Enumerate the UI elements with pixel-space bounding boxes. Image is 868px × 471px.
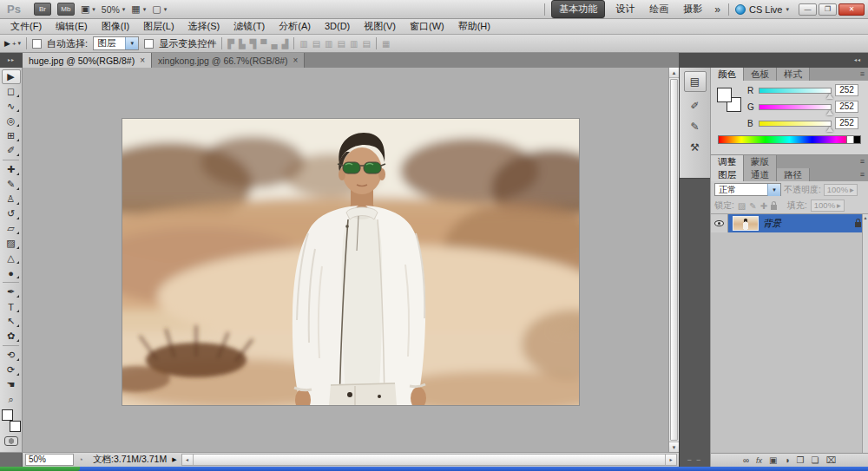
align-left-icon[interactable]: ▛	[227, 39, 234, 49]
delete-layer-icon[interactable]: ⌧	[826, 455, 837, 465]
slider-thumb[interactable]	[826, 127, 833, 132]
lasso-tool[interactable]: ∿	[2, 99, 21, 114]
scroll-down-icon[interactable]: ▼	[669, 442, 679, 452]
marquee-tool[interactable]: ◻	[2, 84, 21, 99]
scroll-up-icon[interactable]: ▲	[669, 68, 679, 78]
auto-select-checkbox[interactable]	[32, 39, 42, 49]
workspace-overflow-button[interactable]: »	[713, 3, 722, 16]
tab-channels[interactable]: 通道	[744, 168, 777, 181]
clone-stamp-tool[interactable]: ♙	[2, 192, 21, 206]
color-spectrum-ramp[interactable]	[718, 135, 861, 144]
type-tool[interactable]: T	[2, 299, 21, 314]
canvas-area[interactable]	[23, 68, 668, 452]
blue-value-field[interactable]: 252	[835, 117, 858, 129]
tab-masks[interactable]: 蒙版	[744, 155, 777, 168]
menu-layer[interactable]: 图层(L)	[136, 19, 181, 34]
distribute-center-h-icon[interactable]: ▥	[350, 39, 358, 49]
view-extras-dropdown[interactable]: ▦ ▾	[131, 3, 146, 15]
workspace-essentials-button[interactable]: 基本功能	[551, 0, 605, 18]
menu-analysis[interactable]: 分析(A)	[272, 19, 318, 34]
auto-align-layers-icon[interactable]: ▦	[382, 39, 390, 49]
menu-window[interactable]: 窗口(W)	[403, 19, 451, 34]
move-tool[interactable]: ▶	[2, 69, 21, 84]
history-panel-icon[interactable]: ▤	[684, 71, 707, 92]
pen-tool[interactable]: ✒	[2, 285, 21, 299]
status-zoom-field[interactable]: 50%	[25, 454, 74, 466]
distribute-right-icon[interactable]: ▤	[362, 39, 370, 49]
distribute-bottom-icon[interactable]: ▥	[325, 39, 332, 49]
align-center-v-icon[interactable]: ▄	[271, 39, 277, 49]
canvas-vertical-scrollbar[interactable]: ▲ ▼	[668, 68, 679, 452]
layer-name[interactable]: 背景	[763, 218, 855, 230]
tab-styles[interactable]: 样式	[777, 68, 810, 81]
adjustment-layer-icon[interactable]: ◑	[785, 455, 790, 465]
foreground-color-swatch[interactable]	[717, 88, 732, 102]
align-bottom-icon[interactable]: ▟	[281, 39, 288, 49]
green-value-field[interactable]: 252	[835, 101, 858, 113]
document-tab-huge[interactable]: huge.jpg @ 50%(RGB/8#) ×	[23, 53, 152, 68]
show-transform-controls-checkbox[interactable]	[144, 39, 154, 49]
layer-thumbnail[interactable]	[733, 216, 759, 231]
panel-menu-icon[interactable]: ≡	[860, 68, 865, 81]
layer-visibility-cell[interactable]	[711, 214, 728, 232]
slider-thumb[interactable]	[826, 110, 833, 115]
bridge-button[interactable]: Br	[34, 3, 51, 16]
canvas-horizontal-scrollbar[interactable]: ◂ ▸	[181, 454, 677, 466]
3d-camera-rotate-tool[interactable]: ⟳	[2, 363, 21, 377]
crop-tool[interactable]: ⊞	[2, 128, 21, 143]
link-layers-icon[interactable]: ∞	[743, 455, 749, 465]
quick-selection-tool[interactable]: ◎	[2, 114, 21, 128]
red-value-field[interactable]: 252	[835, 84, 858, 96]
tab-swatches[interactable]: 色板	[744, 68, 777, 81]
minimize-button[interactable]: —	[799, 3, 817, 16]
menu-help[interactable]: 帮助(H)	[451, 19, 497, 34]
menu-edit[interactable]: 编辑(E)	[49, 19, 95, 34]
slider-thumb[interactable]	[826, 94, 833, 99]
dock-resize-handle[interactable]: ‒ ‒	[680, 455, 710, 463]
scroll-right-icon[interactable]: ▸	[666, 455, 676, 465]
close-icon[interactable]: ×	[140, 56, 145, 65]
brush-tool[interactable]: ✎	[2, 177, 21, 192]
lock-all-icon[interactable]	[771, 205, 777, 210]
blur-tool[interactable]: △	[2, 251, 21, 265]
auto-select-target-dropdown[interactable]: 图层 ▾	[93, 36, 139, 50]
restore-button[interactable]: ❐	[819, 3, 837, 16]
history-brush-tool[interactable]: ↺	[2, 206, 21, 221]
spot-healing-tool[interactable]: ✚	[2, 162, 21, 177]
close-icon[interactable]: ×	[293, 56, 299, 65]
foreground-color-swatch[interactable]	[2, 409, 13, 421]
custom-shape-tool[interactable]: ✿	[2, 329, 21, 343]
menu-view[interactable]: 视图(V)	[357, 19, 403, 34]
lock-position-icon[interactable]: ✚	[760, 201, 767, 211]
zoom-level-dropdown[interactable]: 50% ▾	[102, 4, 126, 15]
mini-bridge-button[interactable]: Mb	[57, 3, 75, 16]
eyedropper-tool[interactable]: ✐	[2, 143, 21, 158]
current-tool-preset[interactable]: ▶ + ▾	[4, 39, 21, 48]
eraser-tool[interactable]: ▱	[2, 221, 21, 236]
document-tab-xingkong[interactable]: xingkong.jpg @ 66.7%(RGB/8#) ×	[152, 53, 305, 68]
close-button[interactable]: ✕	[838, 3, 865, 16]
vertical-scroll-thumb[interactable]	[670, 79, 678, 441]
cs-live-button[interactable]: CS Live ▾	[735, 4, 789, 15]
zoom-tool[interactable]: ⌕	[2, 392, 21, 407]
menu-select[interactable]: 选择(S)	[181, 19, 227, 34]
screen-mode-dropdown[interactable]: ▢ ▾	[152, 3, 167, 15]
quick-mask-button[interactable]	[4, 436, 18, 446]
menu-filter[interactable]: 滤镜(T)	[227, 19, 272, 34]
blue-slider[interactable]	[759, 121, 832, 127]
layer-row-background[interactable]: 背景	[711, 214, 868, 232]
gradient-tool[interactable]: ▨	[2, 236, 21, 251]
tab-color[interactable]: 颜色	[711, 68, 744, 81]
workspace-painting-button[interactable]: 绘画	[645, 1, 673, 17]
align-right-icon[interactable]: ▜	[250, 39, 257, 49]
layer-list-scrollbar[interactable]: ▲	[862, 214, 868, 453]
menu-file[interactable]: 文件(F)	[3, 19, 49, 34]
dodge-tool[interactable]: ●	[2, 265, 21, 280]
panel-menu-icon[interactable]: ≡	[860, 155, 865, 168]
horizontal-scroll-thumb[interactable]	[193, 455, 666, 465]
tool-presets-panel-icon[interactable]: ✐	[684, 95, 707, 116]
layer-style-icon[interactable]: fx	[756, 456, 762, 465]
tab-layers[interactable]: 图层	[711, 168, 744, 181]
blend-mode-dropdown[interactable]: 正常 ▾	[714, 183, 781, 196]
distribute-left-icon[interactable]: ▤	[338, 39, 345, 49]
